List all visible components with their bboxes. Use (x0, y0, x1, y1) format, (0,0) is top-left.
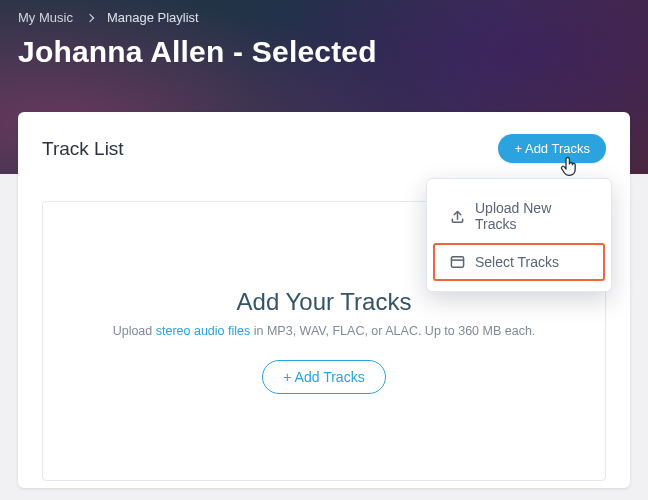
page-title: Johanna Allen - Selected (0, 25, 648, 69)
add-tracks-menu: Upload New Tracks Select Tracks (426, 178, 612, 292)
empty-state-subtitle: Upload stereo audio files in MP3, WAV, F… (113, 324, 536, 338)
breadcrumb: My Music Manage Playlist (0, 0, 648, 25)
svg-rect-0 (451, 257, 463, 267)
empty-state-suffix: in MP3, WAV, FLAC, or ALAC. Up to 360 MB… (250, 324, 535, 338)
app-viewport: My Music Manage Playlist Johanna Allen -… (0, 0, 648, 500)
breadcrumb-current: Manage Playlist (107, 10, 199, 25)
track-list-card: Track List + Add Tracks Upload New Track… (18, 112, 630, 488)
browser-window-icon (449, 254, 465, 270)
menu-item-upload-new-tracks[interactable]: Upload New Tracks (433, 189, 605, 243)
menu-item-select-tracks[interactable]: Select Tracks (433, 243, 605, 281)
chevron-right-icon (86, 13, 94, 21)
menu-item-label: Select Tracks (475, 254, 559, 270)
card-header: Track List + Add Tracks Upload New Track… (42, 134, 606, 163)
section-title: Track List (42, 138, 124, 160)
add-tracks-button[interactable]: + Add Tracks (498, 134, 606, 163)
empty-state-title: Add Your Tracks (237, 288, 412, 316)
add-tracks-outline-button[interactable]: + Add Tracks (262, 360, 385, 394)
menu-item-label: Upload New Tracks (475, 200, 589, 232)
stereo-audio-files-link[interactable]: stereo audio files (156, 324, 251, 338)
breadcrumb-root[interactable]: My Music (18, 10, 73, 25)
empty-state-prefix: Upload (113, 324, 156, 338)
upload-icon (449, 208, 465, 224)
